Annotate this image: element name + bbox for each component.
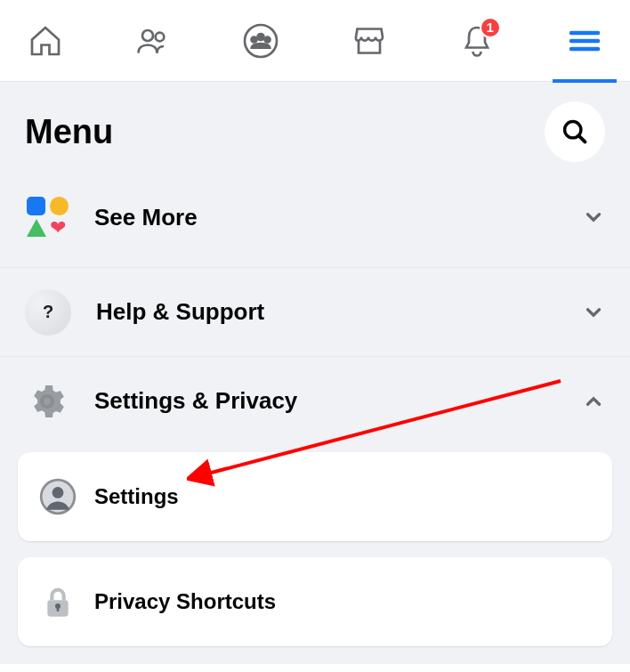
menu-item-help-support[interactable]: ? Help & Support (0, 267, 630, 356)
menu-item-label: Settings & Privacy (94, 387, 582, 415)
settings-avatar-icon (37, 476, 78, 517)
submenu-item-privacy-shortcuts[interactable]: Privacy Shortcuts (18, 557, 612, 646)
lock-icon (37, 581, 78, 622)
active-tab-indicator (553, 79, 617, 83)
chevron-down-icon (582, 206, 605, 229)
svg-point-1 (156, 32, 165, 41)
menu-item-label: See More (94, 204, 582, 231)
notifications-icon[interactable]: 1 (458, 22, 496, 60)
menu-item-label: Help & Support (96, 298, 582, 326)
page-title: Menu (25, 113, 113, 151)
chevron-up-icon (582, 390, 605, 413)
friends-icon[interactable] (134, 22, 172, 60)
svg-point-14 (52, 487, 64, 498)
svg-point-3 (258, 34, 264, 40)
svg-point-4 (252, 36, 257, 42)
menu-item-settings-privacy[interactable]: Settings & Privacy (0, 356, 630, 445)
search-button[interactable] (545, 101, 605, 162)
help-icon: ? (25, 289, 71, 336)
submenu-item-label: Settings (94, 484, 179, 509)
svg-text:?: ? (43, 302, 53, 321)
chevron-down-icon (582, 301, 605, 324)
svg-point-5 (265, 36, 271, 42)
submenu-item-label: Privacy Shortcuts (94, 589, 276, 614)
menu-hamburger-icon[interactable] (566, 22, 603, 60)
svg-line-10 (579, 136, 586, 142)
marketplace-icon[interactable] (351, 22, 388, 60)
home-icon[interactable] (27, 22, 64, 60)
see-more-icon: ❤ (25, 195, 69, 239)
svg-rect-17 (57, 606, 60, 611)
groups-icon[interactable] (242, 22, 279, 60)
notification-badge: 1 (480, 17, 501, 38)
menu-item-see-more[interactable]: ❤ See More (0, 178, 630, 267)
svg-point-0 (142, 30, 153, 41)
submenu-item-settings[interactable]: Settings (18, 452, 612, 541)
search-icon (561, 117, 589, 146)
gear-icon (25, 379, 69, 424)
